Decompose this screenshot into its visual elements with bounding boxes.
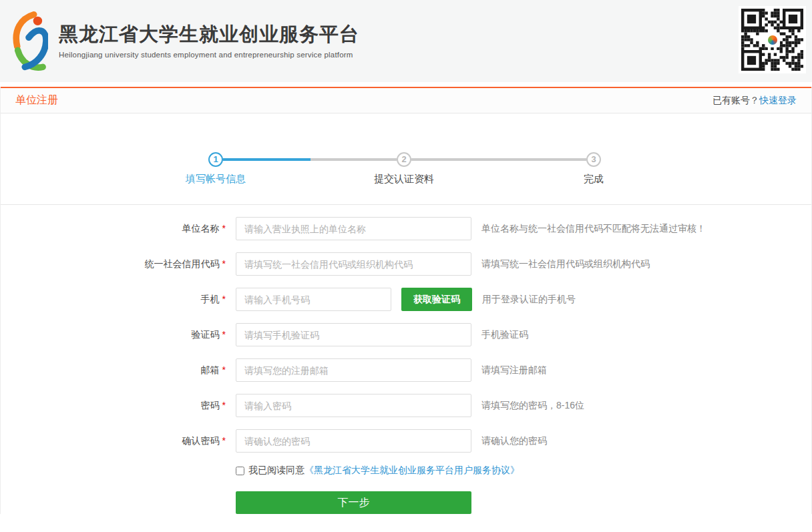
step-indicator: 1 填写帐号信息 2 提交认证资料 3 完成	[1, 113, 811, 205]
unit-registration-page: 黑龙江省大学生就业创业服务平台 Heilongjiang university …	[0, 0, 812, 532]
qr-center-logo	[765, 33, 780, 47]
field-label: 验证码*	[1, 329, 226, 341]
required-asterisk: *	[222, 435, 226, 446]
required-asterisk: *	[222, 364, 226, 375]
field-label-text: 单位名称	[182, 223, 220, 234]
quick-login-link[interactable]: 快速登录	[759, 95, 797, 105]
field-label-text: 确认密码	[182, 435, 220, 446]
form-row-mobile: 手机* 获取验证码 用于登录认证的手机号	[1, 288, 811, 311]
agreement-checkbox[interactable]	[236, 467, 244, 475]
field-hint: 单位名称与统一社会信用代码不匹配将无法通过审核！	[481, 223, 706, 235]
agreement-text: 我已阅读同意	[248, 465, 304, 477]
sms-code-input[interactable]	[236, 323, 471, 346]
step-1-circle: 1	[208, 152, 223, 167]
company-name-input[interactable]	[236, 217, 471, 240]
get-sms-code-button[interactable]: 获取验证码	[401, 288, 472, 311]
register-bar: 单位注册 已有账号？快速登录	[1, 87, 811, 113]
platform-logo-icon	[9, 11, 48, 72]
field-label-text: 邮箱	[201, 364, 220, 375]
form-row-confirm-password: 确认密码* 请确认您的密码	[1, 429, 811, 453]
field-hint: 请填写注册邮箱	[481, 364, 547, 376]
field-label-text: 统一社会信用代码	[145, 258, 220, 269]
password-input[interactable]	[236, 394, 471, 417]
step-3-complete: 3 完成	[540, 152, 647, 186]
field-hint: 请填写您的密码，8-16位	[481, 400, 584, 412]
header-divider	[0, 82, 812, 87]
field-label-text: 验证码	[192, 329, 220, 340]
have-account-text: 已有账号？	[713, 95, 759, 105]
agreement-row: 我已阅读同意 《黑龙江省大学生就业创业服务平台用户服务协议》	[236, 465, 811, 477]
required-asterisk: *	[222, 400, 226, 411]
credit-code-input[interactable]	[236, 252, 471, 276]
step-1-fill-account-info: 1 填写帐号信息	[162, 152, 269, 186]
qr-pattern	[741, 9, 803, 71]
field-label-text: 密码	[201, 400, 220, 411]
login-area: 已有账号？快速登录	[713, 95, 797, 107]
site-subtitle: Heilongjiang university students employm…	[59, 51, 359, 59]
field-label-text: 手机	[201, 294, 220, 304]
step-2-circle: 2	[397, 152, 411, 167]
site-title-block: 黑龙江省大学生就业创业服务平台 Heilongjiang university …	[59, 23, 359, 58]
mobile-input[interactable]	[236, 288, 391, 311]
site-title: 黑龙江省大学生就业创业服务平台	[59, 23, 359, 45]
field-hint: 用于登录认证的手机号	[482, 294, 576, 306]
registration-form: 单位名称* 单位名称与统一社会信用代码不匹配将无法通过审核！ 统一社会信用代码*…	[1, 205, 811, 514]
site-header: 黑龙江省大学生就业创业服务平台 Heilongjiang university …	[0, 0, 812, 82]
field-label: 统一社会信用代码*	[1, 258, 226, 270]
form-row-credit-code: 统一社会信用代码* 请填写统一社会信用代码或组织机构代码	[1, 252, 811, 276]
required-asterisk: *	[222, 223, 226, 234]
agreement-link[interactable]: 《黑龙江省大学生就业创业服务平台用户服务协议》	[304, 465, 520, 477]
confirm-password-input[interactable]	[236, 429, 471, 453]
field-hint: 手机验证码	[481, 329, 528, 341]
step-2-label: 提交认证资料	[351, 173, 457, 186]
form-row-password: 密码* 请填写您的密码，8-16位	[1, 394, 811, 417]
form-row-company-name: 单位名称* 单位名称与统一社会信用代码不匹配将无法通过审核！	[1, 217, 811, 240]
field-label: 确认密码*	[1, 435, 226, 447]
required-asterisk: *	[222, 329, 226, 340]
email-input[interactable]	[236, 358, 471, 382]
form-row-email: 邮箱* 请填写注册邮箱	[1, 358, 811, 382]
field-label: 密码*	[1, 400, 226, 412]
form-row-sms-code: 验证码* 手机验证码	[1, 323, 811, 346]
step-1-label: 填写帐号信息	[162, 173, 269, 186]
field-hint: 请确认您的密码	[481, 435, 547, 447]
field-label: 单位名称*	[1, 223, 226, 235]
qr-code	[739, 6, 806, 73]
page-title: 单位注册	[15, 93, 58, 107]
required-asterisk: *	[222, 258, 226, 269]
field-label: 手机*	[1, 294, 226, 306]
step-3-label: 完成	[540, 173, 647, 186]
field-hint: 请填写统一社会信用代码或组织机构代码	[481, 258, 650, 270]
required-asterisk: *	[222, 294, 226, 304]
next-step-button[interactable]: 下一步	[236, 491, 471, 514]
step-3-circle: 3	[586, 152, 601, 167]
step-2-submit-certification: 2 提交认证资料	[351, 152, 457, 186]
field-label: 邮箱*	[1, 364, 226, 376]
main-content: 单位注册 已有账号？快速登录 1 填写帐号信息 2 提交认证资料 3 完成	[0, 87, 812, 514]
